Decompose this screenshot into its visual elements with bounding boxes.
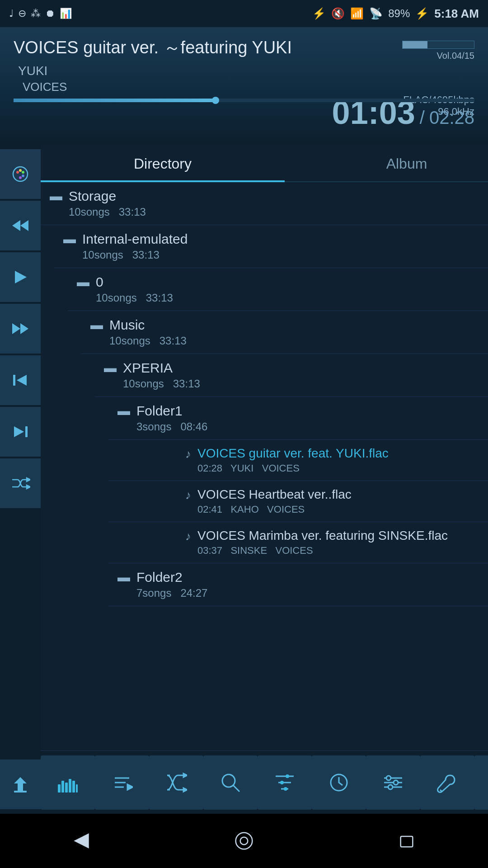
svg-rect-18: [14, 791, 27, 793]
skip-forward-button[interactable]: [0, 407, 41, 457]
play-button[interactable]: [0, 252, 41, 302]
progress-fill: [14, 99, 216, 102]
list-item[interactable]: ♪ VOICES Marimba ver. featuring SINSKE.f…: [108, 522, 488, 563]
music-notification-icon: ♩: [9, 8, 14, 19]
rewind-button[interactable]: [0, 201, 41, 250]
folder-meta: 10songs 33:13: [69, 206, 488, 218]
svg-point-45: [386, 776, 391, 780]
svg-point-40: [284, 787, 287, 791]
svg-point-33: [222, 774, 235, 787]
back-button[interactable]: [63, 823, 99, 859]
fast-forward-button[interactable]: [0, 304, 41, 354]
svg-marker-10: [20, 323, 28, 334]
tab-album[interactable]: Album: [285, 145, 488, 181]
right-panel: Directory Album ▬ Storage 10songs 33:13: [41, 145, 488, 814]
battery-percent: 89%: [388, 7, 410, 20]
folder-name: Storage: [69, 189, 116, 204]
search-button[interactable]: [203, 755, 258, 810]
equalizer-button[interactable]: [41, 755, 95, 810]
home-button[interactable]: [226, 823, 262, 859]
folder-meta: 7songs 24:27: [136, 587, 488, 599]
list-item[interactable]: ▬ 0 10songs 33:13: [68, 268, 488, 311]
palette-button[interactable]: [0, 149, 41, 199]
main-content: Directory Album ▬ Storage 10songs 33:13: [0, 145, 488, 814]
folder-icon: ▬: [104, 361, 117, 375]
svg-marker-12: [17, 375, 27, 386]
svg-rect-24: [76, 784, 78, 793]
svg-rect-20: [61, 781, 64, 793]
file-list: ▬ Storage 10songs 33:13 ▬ Internal-emula…: [41, 182, 488, 750]
status-icons-left: ♩ ⊖ ⁂ ⏺ 📊: [9, 8, 72, 19]
svg-point-5: [19, 176, 22, 179]
svg-marker-6: [12, 220, 20, 231]
now-playing-header: VOICES guitar ver. ～featuring YUKI YUKI …: [0, 27, 488, 145]
svg-marker-31: [183, 774, 187, 777]
volume-container[interactable]: Vol.04/15: [402, 41, 474, 61]
list-item[interactable]: ♪ VOICES guitar ver. feat. YUKI.flac 02:…: [108, 440, 488, 481]
svg-point-4: [22, 175, 24, 177]
list-item[interactable]: ▬ Storage 10songs 33:13: [41, 182, 488, 225]
song-info: VOICES Heartbeat ver..flac 02:41 KAHO VO…: [197, 487, 488, 515]
list-item[interactable]: ▬ Folder1 3songs 08:46: [108, 397, 488, 440]
dnd-icon: ⊖: [18, 8, 26, 19]
playlist-button[interactable]: [95, 755, 149, 810]
settings-button[interactable]: [366, 755, 420, 810]
svg-point-38: [286, 774, 289, 778]
folder-name: Folder2: [136, 570, 183, 585]
chart-icon: 📊: [60, 8, 72, 19]
signal-icon: 📡: [369, 7, 383, 20]
song-icon: ♪: [185, 488, 191, 502]
svg-marker-15: [27, 478, 30, 481]
folder-meta: 10songs 33:13: [109, 335, 488, 347]
tab-bar: Directory Album: [41, 145, 488, 182]
wifi-icon: 📶: [350, 7, 364, 20]
tools-button[interactable]: [420, 755, 474, 810]
status-info-right: ⚡ 🔇 📶 📡 89% ⚡ 5:18 AM: [312, 7, 479, 21]
list-item[interactable]: ▬ Folder2 7songs 24:27: [108, 563, 488, 606]
bottom-toolbar: [41, 750, 488, 814]
status-time: 5:18 AM: [434, 7, 479, 21]
folder-meta: 10songs 33:13: [123, 377, 488, 390]
total-time: 02:28: [429, 108, 474, 128]
svg-rect-22: [69, 779, 71, 793]
list-item[interactable]: ▬ XPERIA 10songs 33:13: [95, 354, 488, 397]
svg-marker-9: [12, 323, 20, 334]
history-button[interactable]: [312, 755, 366, 810]
bluetooth-icon: ⚡: [312, 7, 326, 20]
shuffle-button[interactable]: [0, 458, 41, 508]
song-info: VOICES Marimba ver. featuring SINSKE.fla…: [197, 528, 488, 557]
folder-icon: ▬: [117, 570, 130, 585]
svg-point-1: [16, 171, 19, 174]
svg-point-53: [236, 833, 253, 849]
track-album: VOICES: [23, 80, 474, 94]
list-item[interactable]: ▬ Music 10songs 33:13: [81, 311, 488, 354]
crossfade-button[interactable]: [149, 755, 203, 810]
folder-name: Music: [109, 317, 145, 333]
battery-charging-icon: ⚡: [415, 7, 429, 20]
list-item[interactable]: ♪ VOICES Heartbeat ver..flac 02:41 KAHO …: [108, 481, 488, 522]
folder-meta: 10songs 33:13: [96, 292, 488, 304]
upload-button[interactable]: [0, 760, 41, 809]
svg-marker-7: [20, 220, 28, 231]
skip-back-button[interactable]: [0, 355, 41, 405]
volume-bar[interactable]: [402, 41, 474, 49]
tab-directory[interactable]: Directory: [41, 145, 285, 181]
list-item[interactable]: ▬ Internal-emulated 10songs 33:13: [54, 225, 488, 268]
svg-point-46: [394, 780, 398, 785]
progress-thumb: [212, 97, 219, 104]
svg-point-47: [388, 785, 393, 789]
svg-point-0: [13, 167, 28, 181]
progress-track[interactable]: [14, 99, 474, 102]
svg-rect-19: [58, 784, 61, 793]
svg-point-54: [240, 837, 248, 845]
volume-label: Vol.04/15: [437, 51, 474, 61]
recents-button[interactable]: [389, 823, 425, 859]
svg-rect-21: [65, 783, 68, 793]
filter-button[interactable]: [258, 755, 312, 810]
song-name: VOICES Marimba ver. featuring SINSKE.fla…: [197, 528, 488, 543]
folder-icon: ▬: [117, 404, 130, 418]
usb-icon: ⁂: [31, 8, 41, 19]
folder-name: Internal-emulated: [82, 231, 188, 247]
more-button[interactable]: [474, 755, 488, 810]
volume-fill: [403, 41, 427, 48]
